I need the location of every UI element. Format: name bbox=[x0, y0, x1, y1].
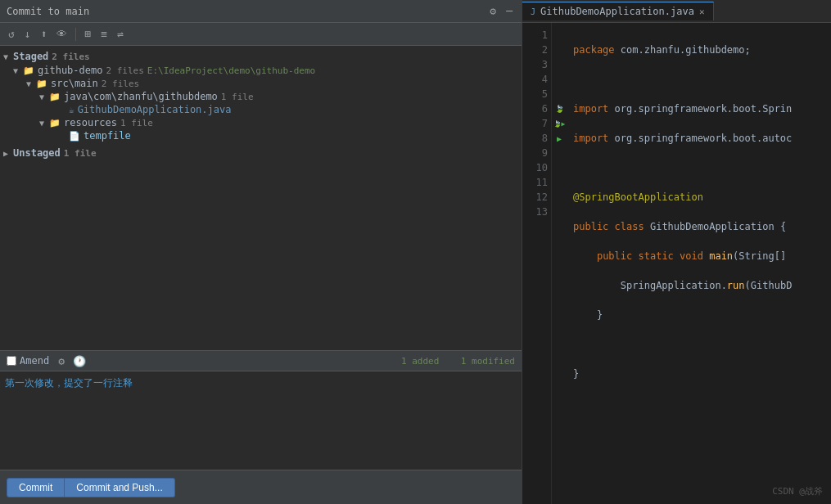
java-name: java\com\zhanfu\githubdemo bbox=[64, 91, 218, 102]
added-text: 1 added bbox=[401, 356, 439, 367]
refresh-btn[interactable]: ↺ bbox=[5, 27, 18, 41]
line-num-12: 12 bbox=[527, 190, 548, 205]
resources-item[interactable]: ▼ 📁 resources 1 file bbox=[0, 116, 522, 129]
editor-tab-bar: J GithubDemoApplication.java ✕ bbox=[522, 0, 831, 23]
commit-message-area: 第一次修改，提交了一行注释 bbox=[0, 371, 522, 470]
align-left-btn[interactable]: ≡ bbox=[97, 27, 111, 41]
line-num-3: 3 bbox=[527, 57, 548, 72]
staged-section-header[interactable]: ▼ Staged 2 files bbox=[0, 49, 522, 64]
code-line-4: import org.springframework.boot.autoc bbox=[573, 131, 824, 146]
status-bar: Amend ⚙ 🕐 1 added 1 modified bbox=[0, 350, 522, 371]
java-count: 1 file bbox=[221, 92, 254, 102]
panel-header: Commit to main ⚙ ─ bbox=[0, 0, 522, 23]
amend-label: Amend bbox=[20, 355, 49, 367]
editor-tab-label: GithubDemoApplication.java bbox=[540, 6, 694, 17]
code-line-6: @SpringBootApplication bbox=[573, 190, 824, 205]
resources-name: resources bbox=[64, 117, 117, 128]
amend-input[interactable] bbox=[7, 356, 16, 366]
gutter-8: ▶ bbox=[552, 131, 567, 146]
grid-btn[interactable]: ⊞ bbox=[81, 27, 94, 41]
line-num-8: 8 bbox=[527, 131, 548, 146]
repo-folder-icon: 📁 bbox=[23, 65, 34, 76]
code-line-2 bbox=[573, 72, 824, 87]
modified-text: 1 modified bbox=[461, 356, 515, 367]
gutter-4 bbox=[552, 72, 567, 87]
java-file-name: GithubDemoApplication.java bbox=[78, 104, 232, 115]
unstaged-count: 1 file bbox=[64, 148, 97, 159]
java-item[interactable]: ▼ 📁 java\com\zhanfu\githubdemo 1 file bbox=[0, 90, 522, 103]
gutter-11 bbox=[552, 175, 567, 190]
code-line-10: } bbox=[573, 308, 824, 322]
right-panel: J GithubDemoApplication.java ✕ 1 2 3 4 5… bbox=[522, 0, 831, 504]
staged-arrow: ▼ bbox=[3, 52, 13, 61]
java-tab-icon: J bbox=[531, 7, 535, 16]
src-arrow: ▼ bbox=[26, 79, 36, 88]
update-btn[interactable]: ↓ bbox=[21, 27, 34, 41]
java-file-icon: ☕ bbox=[69, 105, 75, 115]
unstaged-label: Unstaged bbox=[13, 147, 61, 159]
eye-btn[interactable]: 👁 bbox=[53, 27, 70, 41]
java-folder-icon: 📁 bbox=[49, 92, 61, 102]
code-line-11 bbox=[573, 337, 824, 352]
amend-checkbox[interactable]: Amend bbox=[7, 355, 49, 367]
commit-button[interactable]: Commit bbox=[7, 478, 65, 497]
status-left: Amend ⚙ 🕐 bbox=[7, 354, 88, 368]
unstaged-arrow: ▶ bbox=[3, 149, 13, 158]
repo-path: E:\IdeaProject\demo\github-demo bbox=[147, 65, 315, 76]
tab-close-icon[interactable]: ✕ bbox=[699, 7, 705, 17]
line-num-9: 9 bbox=[527, 146, 548, 160]
repo-item[interactable]: ▼ 📁 github-demo 2 files E:\IdeaProject\d… bbox=[0, 64, 522, 77]
gutter-6: 🍃 bbox=[552, 101, 567, 116]
line-num-5: 5 bbox=[527, 87, 548, 101]
header-icons: ⚙ ─ bbox=[487, 4, 515, 18]
gutter-7-leaf: 🍃▶ bbox=[553, 120, 566, 128]
src-folder-icon: 📁 bbox=[36, 79, 47, 89]
panel-title: Commit to main bbox=[7, 6, 89, 17]
unstaged-section-header[interactable]: ▶ Unstaged 1 file bbox=[0, 146, 522, 160]
gutter-1 bbox=[552, 28, 567, 43]
minimize-icon[interactable]: ─ bbox=[504, 4, 515, 18]
code-content[interactable]: package com.zhanfu.githubdemo; import or… bbox=[567, 23, 831, 504]
java-file-item[interactable]: ☕ GithubDemoApplication.java bbox=[0, 103, 522, 116]
gutter-8-arrow[interactable]: ▶ bbox=[557, 134, 562, 143]
src-count: 2 files bbox=[102, 79, 139, 89]
staged-count: 2 files bbox=[52, 52, 89, 62]
status-right: 1 added 1 modified bbox=[401, 356, 515, 367]
resources-folder-icon: 📁 bbox=[49, 118, 61, 128]
staged-label: Staged bbox=[13, 51, 48, 62]
java-arrow: ▼ bbox=[39, 92, 49, 101]
history-icon[interactable]: 🕐 bbox=[70, 354, 88, 368]
commit-message-input[interactable]: 第一次修改，提交了一行注释 bbox=[3, 375, 518, 466]
code-line-7: public class GithubDemoApplication { bbox=[573, 219, 824, 234]
editor-tab-java[interactable]: J GithubDemoApplication.java ✕ bbox=[522, 2, 714, 20]
src-item[interactable]: ▼ 📁 src\main 2 files bbox=[0, 77, 522, 90]
gutter-3 bbox=[552, 57, 567, 72]
download-btn[interactable]: ⬆ bbox=[38, 27, 51, 41]
commit-and-push-button[interactable]: Commit and Push... bbox=[65, 478, 174, 497]
align-right-btn[interactable]: ⇌ bbox=[114, 27, 127, 41]
gear-icon[interactable]: ⚙ bbox=[487, 4, 499, 18]
code-area: 1 2 3 4 5 6 7 8 9 10 11 12 13 🍃 🍃▶ bbox=[522, 23, 831, 504]
code-line-5 bbox=[573, 160, 824, 175]
line-num-2: 2 bbox=[527, 43, 548, 57]
code-line-8: public static void main(String[] bbox=[573, 249, 824, 263]
settings-icon[interactable]: ⚙ bbox=[56, 354, 67, 368]
gutter-5 bbox=[552, 87, 567, 101]
code-line-9: SpringApplication.run(GithubD bbox=[573, 278, 824, 293]
gutter-12 bbox=[552, 190, 567, 205]
resources-count: 1 file bbox=[120, 118, 153, 128]
code-line-12: } bbox=[573, 367, 824, 381]
repo-count: 2 files bbox=[106, 65, 143, 76]
line-num-6: 6 bbox=[527, 101, 548, 116]
line-num-13: 13 bbox=[527, 205, 548, 219]
status-icons: ⚙ 🕐 bbox=[56, 354, 88, 368]
line-num-1: 1 bbox=[527, 28, 548, 43]
tempfile-item[interactable]: 📄 tempfile bbox=[0, 129, 522, 142]
gutter-2 bbox=[552, 43, 567, 57]
gutter-10 bbox=[552, 160, 567, 175]
tempfile-name: tempfile bbox=[84, 130, 131, 142]
code-line-3: import org.springframework.boot.Sprin bbox=[573, 101, 824, 116]
file-tree: ▼ Staged 2 files ▼ 📁 github-demo 2 files… bbox=[0, 46, 522, 350]
src-name: src\main bbox=[51, 78, 98, 89]
line-num-4: 4 bbox=[527, 72, 548, 87]
